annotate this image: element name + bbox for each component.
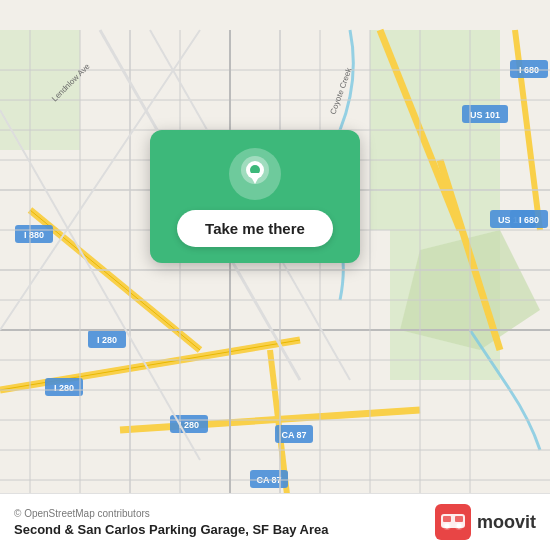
- location-card: Take me there: [150, 130, 360, 263]
- svg-text:I 880: I 880: [24, 230, 44, 240]
- copyright-text: © OpenStreetMap contributors: [14, 508, 329, 519]
- bottom-left: © OpenStreetMap contributors Second & Sa…: [14, 508, 329, 537]
- map-container: I 880 I 280 I 280 US 101 US 101 I 680 I …: [0, 0, 550, 550]
- moovit-logo: moovit: [435, 504, 536, 540]
- map-svg: I 880 I 280 I 280 US 101 US 101 I 680 I …: [0, 0, 550, 550]
- svg-text:I 280: I 280: [54, 383, 74, 393]
- bottom-bar: © OpenStreetMap contributors Second & Sa…: [0, 493, 550, 550]
- location-name: Second & San Carlos Parking Garage, SF B…: [14, 522, 329, 537]
- svg-text:US 101: US 101: [470, 110, 500, 120]
- svg-point-75: [444, 524, 449, 529]
- location-pin-icon: [229, 148, 281, 200]
- svg-rect-74: [455, 516, 463, 522]
- moovit-text: moovit: [477, 512, 536, 533]
- svg-text:I 680: I 680: [519, 215, 539, 225]
- moovit-icon: [435, 504, 471, 540]
- svg-rect-73: [443, 516, 451, 522]
- take-me-there-button[interactable]: Take me there: [177, 210, 333, 247]
- svg-text:CA 87: CA 87: [281, 430, 306, 440]
- svg-point-76: [456, 524, 461, 529]
- svg-text:I 280: I 280: [97, 335, 117, 345]
